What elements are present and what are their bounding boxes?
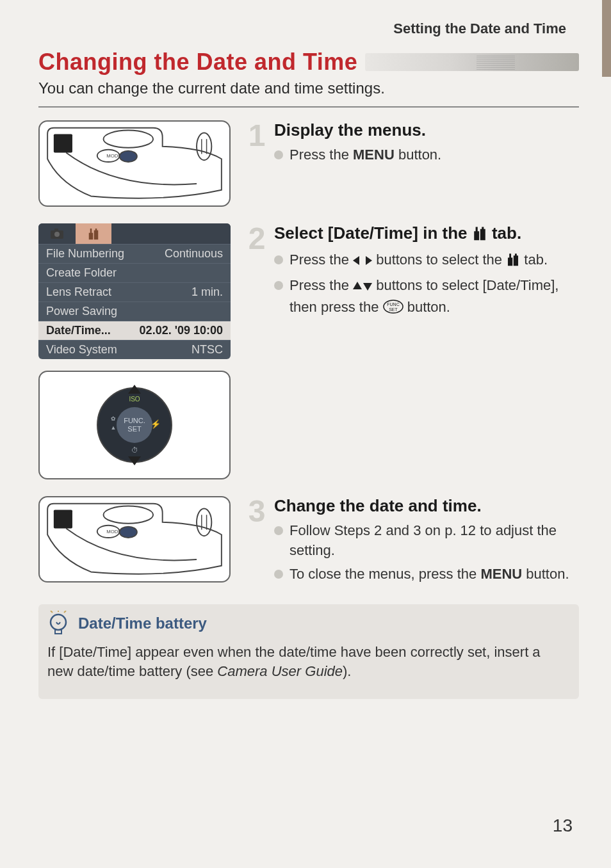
menu-row: File NumberingContinuous: [38, 244, 231, 263]
dpad-illustration: FUNC. SET ISO ✿ ▲ ⚡ ⏱: [38, 371, 231, 479]
page-title: Changing the Date and Time: [38, 49, 357, 76]
info-box: Date/Time battery If [Date/Time] appear …: [38, 604, 579, 698]
step-number: 1: [246, 120, 268, 169]
camera-top-illustration-1: MODE: [38, 120, 231, 207]
svg-rect-7: [54, 229, 58, 231]
menu-row: Power Saving: [38, 301, 231, 321]
menu-row: Lens Retract1 min.: [38, 282, 231, 301]
svg-text:⏱: ⏱: [131, 446, 138, 454]
menu-row: Video SystemNTSC: [38, 340, 231, 359]
svg-text:ISO: ISO: [129, 396, 140, 403]
svg-point-8: [54, 232, 60, 237]
camera-top-illustration-2: MODE: [38, 496, 231, 583]
svg-marker-20: [353, 256, 359, 265]
step-2: File NumberingContinuous Create Folder L…: [38, 223, 579, 479]
svg-point-33: [51, 615, 66, 630]
lightbulb-icon: [47, 611, 69, 636]
func-set-button-icon: FUNCSET: [383, 300, 403, 319]
up-down-arrows-icon: [353, 278, 372, 298]
svg-point-31: [120, 527, 137, 538]
svg-text:FUNC: FUNC: [387, 302, 399, 307]
step-number: 2: [246, 223, 268, 323]
svg-text:✿: ✿: [111, 415, 116, 422]
step-title: Display the menus.: [274, 120, 579, 140]
svg-marker-21: [366, 256, 372, 265]
title-decoration: [365, 53, 579, 71]
tools-tab-icon: [506, 252, 520, 272]
svg-text:FUNC.: FUNC.: [124, 417, 145, 424]
step-bullet: Press the buttons to select the tab.: [274, 250, 579, 272]
svg-text:▲: ▲: [111, 424, 117, 431]
svg-marker-22: [353, 282, 362, 289]
info-title: Date/Time battery: [78, 615, 207, 632]
camera-menu-screenshot: File NumberingContinuous Create Folder L…: [38, 223, 231, 359]
step-bullet: Press the MENU button.: [274, 145, 579, 165]
intro-text: You can change the current date and time…: [38, 79, 579, 97]
step-bullet: Follow Steps 2 and 3 on p. 12 to adjust …: [274, 521, 579, 561]
step-number: 3: [246, 496, 268, 588]
svg-rect-0: [54, 134, 72, 152]
svg-point-4: [120, 151, 137, 162]
section-header: Setting the Date and Time: [38, 20, 579, 37]
menu-row-selected: Date/Time...02.02. '09 10:00: [38, 321, 231, 340]
svg-text:SET: SET: [389, 307, 398, 312]
step-bullet: Press the buttons to select [Date/Time],…: [274, 276, 579, 319]
title-row: Changing the Date and Time: [38, 49, 579, 76]
menu-row: Create Folder: [38, 263, 231, 282]
step-title: Select [Date/Time] in the tab.: [274, 223, 579, 245]
divider: [38, 106, 579, 108]
info-text: If [Date/Time] appear even when the date…: [47, 643, 570, 680]
menu-tab-tools-active: [76, 223, 111, 244]
svg-text:SET: SET: [127, 425, 142, 433]
tools-tab-icon: [472, 225, 487, 245]
page-number: 13: [553, 816, 573, 836]
svg-text:⚡: ⚡: [151, 419, 161, 430]
step-title: Change the date and time.: [274, 496, 579, 516]
left-right-arrows-icon: [353, 252, 372, 272]
svg-marker-23: [363, 283, 372, 291]
menu-tab-camera: [38, 223, 76, 244]
step-bullet: To close the menus, press the MENU butto…: [274, 565, 579, 584]
step-1: MODE 1 Display the menus. Press the MENU…: [38, 120, 579, 207]
svg-rect-27: [54, 510, 72, 528]
step-3: MODE 3 Change the date and time. Follow …: [38, 496, 579, 588]
page-edge-tab: [602, 0, 611, 77]
